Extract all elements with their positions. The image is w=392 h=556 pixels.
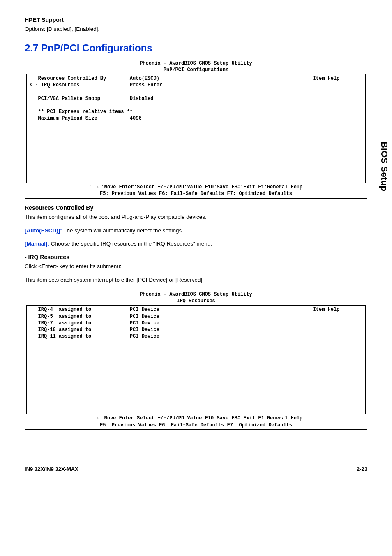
irq-res-title: - IRQ Resources <box>25 254 367 260</box>
bios2-footer: ↑↓→←:Move Enter:Select +/-/PU/PD:Value F… <box>25 414 367 429</box>
auto-escd-text: The system will automatically detect the… <box>62 227 183 234</box>
bios1-subtitle: PnP/PCI Configurations <box>25 67 367 74</box>
resources-heading: Resources Controlled By <box>25 204 367 211</box>
side-tab: BIOS Setup <box>376 136 392 197</box>
bios2-footer-line1: ↑↓→←:Move Enter:Select +/-/PU/PD:Value F… <box>29 415 363 422</box>
bios2-footer-line2: F5: Previous Values F6: Fail-Safe Defaul… <box>29 422 363 429</box>
manual-line: [Manual]: Choose the specific IRQ resour… <box>25 240 367 248</box>
auto-escd-line: [Auto(ESCD)]: The system will automatica… <box>25 227 367 235</box>
bios2-title: Phoenix – AwardBIOS CMOS Setup Utility <box>25 290 367 298</box>
bios1-footer-line1: ↑↓→←:Move Enter:Select +/-/PU/PD:Value F… <box>29 184 363 190</box>
irq-res-text2: This item sets each system interrupt to … <box>25 276 367 284</box>
bios-box-pnp: Phoenix – AwardBIOS CMOS Setup Utility P… <box>25 59 367 199</box>
bios1-footer-line2: F5: Previous Values F6: Fail-Safe Defaul… <box>29 190 363 197</box>
bios1-content: Resources Controlled By Auto(ESCD) X - I… <box>29 75 284 182</box>
footer-right: 2-23 <box>357 466 367 472</box>
bios1-right-pane: Item Help <box>287 74 365 183</box>
bios1-left-pane: Resources Controlled By Auto(ESCD) X - I… <box>27 74 287 183</box>
pnp-heading: 2.7 PnP/PCI Configurations <box>25 42 367 54</box>
hpet-title: HPET Support <box>25 16 367 23</box>
bios1-title: Phoenix – AwardBIOS CMOS Setup Utility <box>25 59 367 67</box>
page-body: HPET Support Options: [Disabled], [Enabl… <box>0 0 392 438</box>
bios2-subtitle: IRQ Resources <box>25 298 367 305</box>
hpet-text: Options: [Disabled], [Enabled]. <box>25 25 367 33</box>
irq-res-text1: Click <Enter> key to enter its submenu: <box>25 263 367 271</box>
manual-label: [Manual]: <box>25 241 49 247</box>
bios2-right-pane: Item Help <box>287 305 365 414</box>
bios1-footer: ↑↓→←:Move Enter:Select +/-/PU/PD:Value F… <box>25 183 367 198</box>
footer-left: IN9 32X/IN9 32X-MAX <box>25 466 78 472</box>
resources-desc: This item configures all of the boot and… <box>25 213 367 221</box>
bios2-content: IRQ-4 assigned to PCI Device IRQ-5 assig… <box>29 306 284 413</box>
auto-escd-label: [Auto(ESCD)]: <box>25 227 62 234</box>
bios2-left-pane: IRQ-4 assigned to PCI Device IRQ-5 assig… <box>27 305 287 414</box>
page-footer: IN9 32X/IN9 32X-MAX 2-23 <box>25 463 367 472</box>
bios-box-irq: Phoenix – AwardBIOS CMOS Setup Utility I… <box>25 290 367 430</box>
manual-text: Choose the specific IRQ resources in the… <box>49 241 212 247</box>
